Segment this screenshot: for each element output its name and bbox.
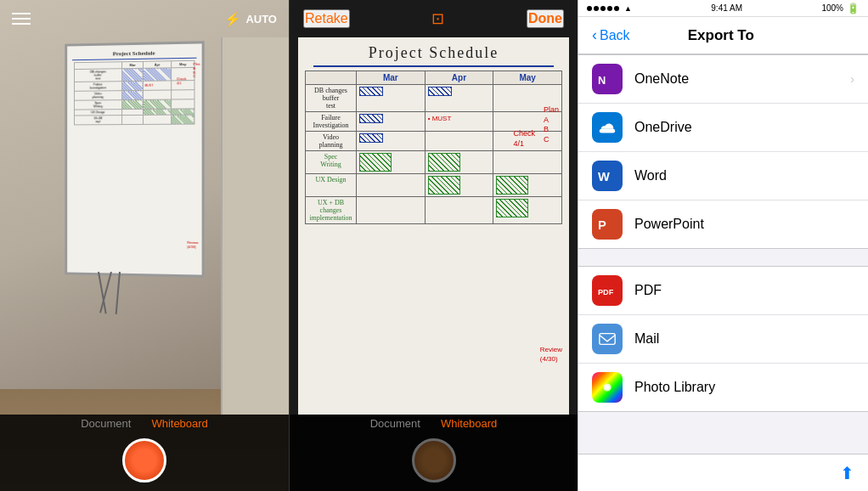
export-section-2: PDF PDF Mail Photo Library	[578, 266, 868, 412]
table-row: DB changesbuffertest	[306, 85, 562, 112]
export-item-mail[interactable]: Mail	[578, 315, 868, 364]
wb-row-label: UX + DBchangesimplementation	[306, 197, 357, 224]
wb-col-header-1: Mar	[357, 71, 426, 85]
wb-cell	[357, 197, 426, 224]
export-item-pdf[interactable]: PDF PDF	[578, 267, 868, 315]
whiteboard-display: Project Schedule Mar Apr May DB c	[298, 37, 569, 415]
menu-icon[interactable]	[12, 13, 31, 25]
export-item-onenote[interactable]: N OneNote ›	[578, 55, 868, 104]
signal-dot-5	[614, 6, 619, 11]
hatch-block-green	[428, 153, 460, 172]
hatch-block	[359, 133, 383, 143]
camera-whiteboard-tab[interactable]: Whiteboard	[151, 417, 207, 430]
wb-row-label: DB changesbuffertest	[306, 85, 357, 112]
wall-panel	[221, 37, 289, 415]
export-item-mail-left: Mail	[592, 324, 659, 354]
must-label: • MUST	[428, 115, 452, 122]
shutter-button[interactable]	[122, 438, 166, 483]
wb-row-label: FailureInvestigation	[306, 112, 357, 132]
export-bottom-bar: ⬆	[578, 454, 868, 491]
bolt-icon: ⚡	[224, 11, 241, 27]
captured-bottom-bar: Document Whiteboard	[290, 415, 578, 491]
captured-mode-tabs: Document Whiteboard	[370, 417, 498, 430]
shutter-button-captured[interactable]	[412, 438, 456, 483]
captured-panel: Retake ⊡ Done Project Schedule Mar Apr M…	[289, 0, 578, 491]
svg-text:N: N	[598, 74, 606, 87]
export-panel: ▲ 9:41 AM 100% 🔋 ‹ Back Export To N OneN…	[578, 0, 868, 491]
plan-annotation: PlanABC	[544, 105, 559, 145]
wb-cell	[425, 174, 493, 197]
nav-bar: ‹ Back Export To	[578, 17, 868, 54]
retake-button[interactable]: Retake	[303, 9, 350, 28]
battery-indicator: 100% 🔋	[821, 3, 860, 14]
signal-dot-4	[607, 6, 612, 11]
export-item-pdf-left: PDF PDF	[592, 275, 662, 306]
wb-cell: • MUST	[425, 112, 493, 132]
signal-indicator: ▲	[587, 4, 632, 13]
wb-cell	[425, 151, 493, 174]
mail-label: Mail	[634, 331, 659, 347]
export-section-1: N OneNote › OneDrive W Word	[578, 54, 868, 249]
svg-text:W: W	[598, 170, 610, 183]
clock: 9:41 AM	[711, 3, 742, 13]
whiteboard-stand: Project Schedule Mar Apr May DB changesb…	[47, 42, 208, 314]
status-bar: ▲ 9:41 AM 100% 🔋	[578, 0, 868, 17]
hatch-block-green	[428, 176, 460, 195]
share-icon[interactable]: ⬆	[840, 463, 854, 483]
word-icon: W	[592, 161, 623, 191]
export-item-powerpoint-left: P PowerPoint	[592, 209, 704, 240]
wb-cell	[357, 174, 426, 197]
powerpoint-label: PowerPoint	[634, 217, 704, 232]
auto-badge[interactable]: ⚡ AUTO	[224, 11, 277, 27]
export-item-onedrive[interactable]: OneDrive	[578, 104, 868, 152]
svg-rect-1	[600, 129, 615, 133]
onenote-label: OneNote	[634, 71, 689, 87]
svg-text:PDF: PDF	[598, 288, 614, 296]
wb-col-header-0	[306, 71, 357, 85]
back-label: Back	[600, 28, 630, 43]
back-button[interactable]: ‹ Back	[592, 26, 630, 44]
wb-underline	[313, 65, 554, 67]
hatch-block-green	[496, 176, 528, 195]
wb-cell	[425, 132, 493, 151]
wb-cell	[357, 132, 426, 151]
pdf-label: PDF	[634, 283, 662, 298]
whiteboard-surface: Project Schedule Mar Apr May DB changesb…	[65, 41, 204, 277]
wb-col-header-2: Apr	[425, 71, 493, 85]
signal-dot-3	[600, 6, 606, 11]
done-button[interactable]: Done	[527, 9, 564, 28]
table-row: UX Design	[306, 174, 562, 197]
pdf-icon: PDF	[592, 275, 623, 306]
svg-text:P: P	[598, 218, 606, 232]
photos-icon	[592, 372, 623, 403]
wb-cell	[357, 112, 426, 132]
hatch-block	[359, 114, 383, 123]
crop-icon[interactable]: ⊡	[431, 9, 444, 28]
export-item-photos[interactable]: Photo Library	[578, 364, 868, 411]
wb-cell	[493, 197, 562, 224]
captured-whiteboard-tab[interactable]: Whiteboard	[441, 417, 497, 430]
photos-label: Photo Library	[634, 380, 715, 395]
hatch-block	[359, 87, 383, 96]
wifi-icon: ▲	[624, 4, 632, 13]
camera-document-tab[interactable]: Document	[81, 417, 131, 430]
wb-title: Project Schedule	[305, 44, 562, 62]
svg-rect-5	[600, 334, 615, 345]
export-item-onedrive-left: OneDrive	[592, 112, 692, 143]
table-row: SpecWriting	[306, 151, 562, 174]
wb-cell	[425, 85, 493, 112]
export-item-onenote-left: N OneNote	[592, 64, 689, 94]
export-item-powerpoint[interactable]: P PowerPoint	[578, 200, 868, 248]
wb-cell	[493, 174, 562, 197]
wb-cell	[357, 85, 426, 112]
wb-cell	[357, 151, 426, 174]
export-item-word[interactable]: W Word	[578, 152, 868, 200]
captured-document-tab[interactable]: Document	[370, 417, 420, 430]
wb-row-label: Videoplanning	[306, 132, 357, 151]
hatch-block-green	[359, 153, 392, 172]
export-item-word-left: W Word	[592, 161, 667, 191]
auto-label: AUTO	[245, 13, 277, 25]
review-annotation: Review(4/30)	[540, 346, 562, 364]
word-label: Word	[634, 168, 667, 183]
camera-panel: ⚡ AUTO Project Schedule Mar Apr May	[0, 0, 289, 491]
